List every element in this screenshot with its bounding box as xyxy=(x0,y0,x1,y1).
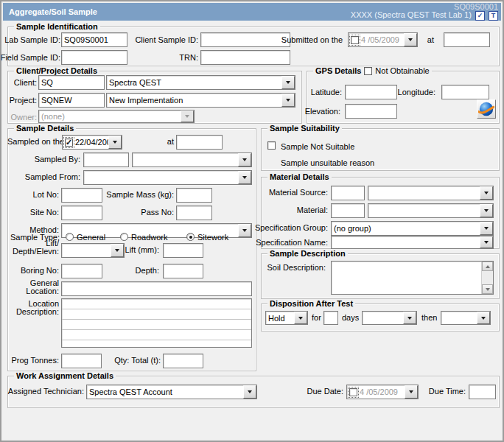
client-code-input[interactable] xyxy=(38,75,105,90)
assigned-technician-combo[interactable]: Spectra QEST Account xyxy=(86,385,257,399)
disposition-action-combo[interactable]: Hold xyxy=(265,311,308,325)
due-date-checkbox[interactable] xyxy=(349,388,357,396)
elevation-input[interactable] xyxy=(345,104,397,119)
owner-combo: (none) xyxy=(38,110,195,123)
dropdown-icon[interactable] xyxy=(404,33,417,46)
dropdown-icon[interactable] xyxy=(238,153,251,166)
sample-mass-input[interactable] xyxy=(176,188,212,203)
pass-no-input[interactable] xyxy=(176,206,212,220)
sample-identification-section: Sample Identification Lab Sample ID: Cli… xyxy=(7,27,500,66)
gps-not-obtainable-label: Not Obtainable xyxy=(375,66,429,75)
sample-number: SQ09S0001 xyxy=(351,3,498,11)
sample-type-radio-roadwork[interactable] xyxy=(120,233,128,241)
section-title-gps: GPS Details xyxy=(315,66,361,75)
sampled-date-checkbox[interactable] xyxy=(65,138,73,147)
dropdown-icon[interactable] xyxy=(294,312,307,324)
submitted-date-value: 4 /05/2009 xyxy=(359,35,404,44)
dropdown-icon[interactable] xyxy=(281,76,295,89)
sampled-time-input[interactable] xyxy=(176,135,223,150)
dropdown-icon[interactable] xyxy=(477,312,490,324)
disposition-days-combo[interactable] xyxy=(362,311,417,325)
section-title-work-assignment: Work Assignment Details xyxy=(14,371,116,380)
globe-icon xyxy=(478,101,494,117)
dropdown-icon[interactable] xyxy=(281,94,295,107)
general-location-input[interactable] xyxy=(61,281,252,296)
client-name-combo[interactable]: Spectra QEST xyxy=(106,75,295,90)
dropdown-icon[interactable] xyxy=(403,312,416,324)
dropdown-icon[interactable] xyxy=(111,244,124,257)
material-details-section: Material Details Material Source: Materi… xyxy=(261,177,500,249)
owner-value: (none) xyxy=(39,112,181,121)
latitude-input[interactable] xyxy=(345,85,397,99)
material-source-code-input[interactable] xyxy=(331,186,365,200)
scroll-down-icon[interactable] xyxy=(482,284,493,294)
lift-mm-input[interactable] xyxy=(163,243,203,258)
project-code-input[interactable] xyxy=(38,93,105,108)
dropdown-icon[interactable] xyxy=(243,385,256,399)
section-title-sample-description: Sample Description xyxy=(267,249,348,258)
disposition-days-input[interactable] xyxy=(323,311,338,325)
client-label: Client: xyxy=(14,78,37,87)
specification-name-combo[interactable] xyxy=(331,236,494,249)
specification-group-combo[interactable]: (no group) xyxy=(331,221,494,236)
dropdown-icon[interactable] xyxy=(480,186,493,200)
dropdown-icon[interactable] xyxy=(480,204,493,217)
dropdown-icon[interactable] xyxy=(405,385,418,399)
map-button[interactable] xyxy=(477,99,496,119)
lab-name: XXXX (Spectra QEST Test Lab 1) xyxy=(351,10,472,19)
sample-type-radio-sitework[interactable] xyxy=(186,233,195,241)
lot-no-input[interactable] xyxy=(61,188,102,203)
lot-no-label: Lot No: xyxy=(33,190,59,199)
sampled-by-code-input[interactable] xyxy=(83,152,129,167)
sample-suitability-section: Sample Suitability Sample Not Suitable S… xyxy=(261,128,500,171)
disposition-then-combo[interactable] xyxy=(441,311,491,325)
sample-not-suitable-checkbox[interactable] xyxy=(267,141,276,150)
gps-not-obtainable-checkbox[interactable] xyxy=(364,67,372,75)
dropdown-icon[interactable] xyxy=(108,136,122,149)
dropdown-icon[interactable] xyxy=(480,236,493,248)
submitted-time-input[interactable] xyxy=(444,32,490,47)
boring-no-input[interactable] xyxy=(61,264,102,278)
dropdown-icon[interactable] xyxy=(238,224,251,237)
location-description-input[interactable] xyxy=(61,298,252,348)
check-icon[interactable]: ✓ xyxy=(475,11,485,21)
dropdown-icon[interactable] xyxy=(238,171,251,184)
due-time-input[interactable] xyxy=(469,385,496,399)
sampled-by-combo[interactable] xyxy=(132,152,252,167)
lift-depth-elevn-combo[interactable] xyxy=(61,243,125,258)
sample-type-radio-general[interactable] xyxy=(66,233,74,241)
client-sample-id-input[interactable] xyxy=(200,32,290,47)
sample-mass-label: Sample Mass (kg): xyxy=(106,190,174,199)
longitude-input[interactable] xyxy=(441,85,489,99)
site-no-input[interactable] xyxy=(61,206,102,220)
project-name-combo[interactable]: New Implementation xyxy=(106,93,295,108)
sampled-date-picker[interactable]: 22/04/2009 xyxy=(62,135,122,150)
sampled-from-label: Sampled From: xyxy=(25,172,80,181)
scrollbar[interactable] xyxy=(481,262,493,294)
text-icon[interactable]: T xyxy=(489,11,498,21)
material-code-input[interactable] xyxy=(331,203,365,218)
material-source-combo[interactable] xyxy=(368,186,494,200)
sampled-from-combo[interactable] xyxy=(83,170,252,185)
prog-tonnes-input[interactable] xyxy=(61,354,102,368)
lab-sample-id-input[interactable] xyxy=(61,32,127,47)
submitted-date-checkbox[interactable] xyxy=(351,36,359,44)
assigned-technician-value: Spectra QEST Account xyxy=(87,387,243,396)
trn-input[interactable] xyxy=(200,50,290,65)
soil-description-input[interactable] xyxy=(331,261,494,295)
due-date-picker[interactable]: 4 /05/2009 xyxy=(346,385,419,399)
specification-group-label: Specification Group: xyxy=(255,223,328,232)
section-title-client-project: Client/Project Details xyxy=(14,66,99,75)
scroll-up-icon[interactable] xyxy=(482,262,493,271)
field-sample-id-input[interactable] xyxy=(61,50,127,65)
dropdown-icon[interactable] xyxy=(480,222,493,235)
submitted-date-picker[interactable]: 4 /05/2009 xyxy=(348,32,418,47)
qty-total-input[interactable] xyxy=(163,354,203,368)
sample-details-section: Sample Details Sampled on the 22/04/2009… xyxy=(7,128,256,371)
material-source-label: Material Source: xyxy=(269,188,328,197)
window: Aggregate/Soil Sample SQ09S0001 XXXX (Sp… xyxy=(0,0,504,442)
project-name-value: New Implementation xyxy=(107,96,281,105)
depth-input[interactable] xyxy=(163,264,203,278)
disposition-section: Disposition After Test Hold for days the… xyxy=(261,304,500,332)
material-combo[interactable] xyxy=(368,203,494,218)
